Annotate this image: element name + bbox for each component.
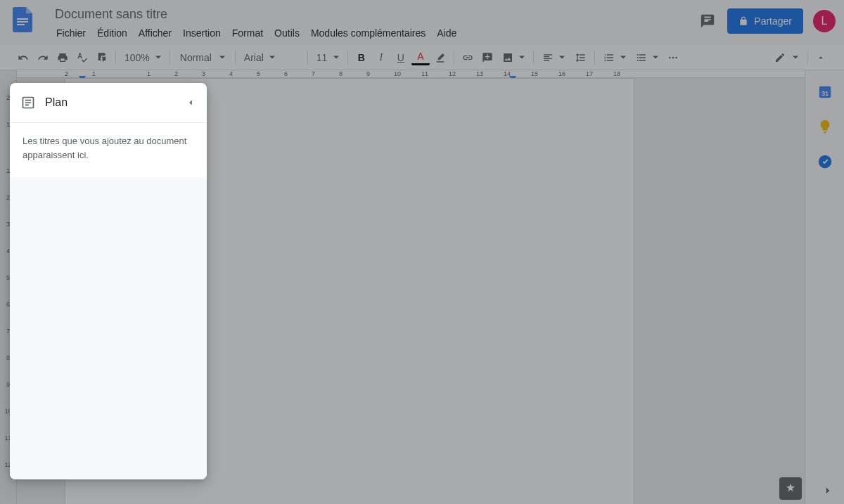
outline-empty-message: Les titres que vous ajoutez au document … (10, 123, 207, 177)
outline-body-area (10, 177, 207, 479)
chevron-left-icon (186, 98, 196, 108)
outline-title: Plan (45, 96, 176, 109)
outline-icon (21, 96, 35, 110)
collapse-outline-button[interactable] (186, 98, 196, 108)
outline-panel: Plan Les titres que vous ajoutez au docu… (10, 83, 207, 479)
outline-header: Plan (10, 83, 207, 123)
